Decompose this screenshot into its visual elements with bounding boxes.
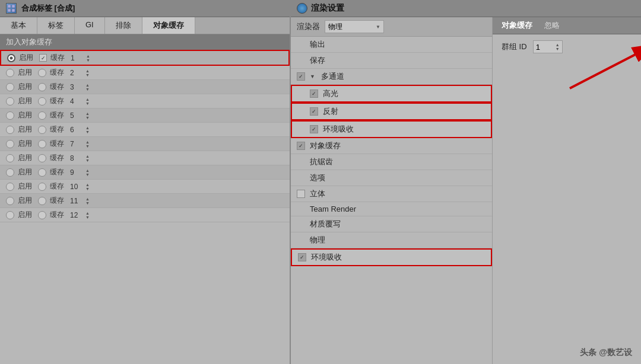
enable-radio-9[interactable] bbox=[6, 168, 14, 177]
cache-label-1: 缓存 bbox=[50, 53, 67, 63]
render-check-specular[interactable] bbox=[310, 90, 318, 98]
render-settings-icon bbox=[297, 3, 307, 14]
cache-spinbox-8[interactable]: ▲▼ bbox=[85, 154, 90, 162]
cache-number-1: 1 bbox=[71, 54, 82, 62]
cache-radio-6[interactable] bbox=[38, 126, 46, 134]
obj-header-cache[interactable]: 对象缓存 bbox=[502, 20, 532, 31]
render-check-ambient_occlusion[interactable] bbox=[310, 125, 318, 133]
enable-radio-1[interactable] bbox=[7, 54, 15, 62]
cache-spinbox-12[interactable]: ▲▼ bbox=[85, 211, 90, 219]
cache-number-3: 3 bbox=[70, 83, 82, 91]
cache-radio-4[interactable] bbox=[38, 97, 46, 106]
enable-radio-7[interactable] bbox=[6, 140, 14, 148]
cache-number-5: 5 bbox=[70, 111, 82, 120]
render-item-label-physical: 物理 bbox=[310, 235, 325, 245]
enable-radio-3[interactable] bbox=[6, 83, 14, 91]
render-item-label-output: 输出 bbox=[310, 39, 325, 50]
spinbox-up-icon[interactable]: ▲ bbox=[556, 43, 560, 47]
enable-radio-8[interactable] bbox=[6, 154, 14, 162]
cache-row-7: 启用缓存7▲▼ bbox=[0, 137, 290, 151]
cache-radio-2[interactable] bbox=[38, 69, 46, 77]
enable-label-12: 启用 bbox=[18, 210, 34, 220]
enable-radio-2[interactable] bbox=[6, 69, 14, 77]
cache-row-4: 启用缓存4▲▼ bbox=[0, 94, 290, 108]
cache-spinbox-4[interactable]: ▲▼ bbox=[85, 97, 90, 106]
cache-spinbox-11[interactable]: ▲▼ bbox=[85, 197, 90, 205]
cache-spinbox-9[interactable]: ▲▼ bbox=[85, 168, 90, 177]
render-item-reflection: 反射 bbox=[291, 103, 492, 120]
cache-list: 启用缓存1▲▼启用缓存2▲▼启用缓存3▲▼启用缓存4▲▼启用缓存5▲▼启用缓存6… bbox=[0, 50, 290, 364]
render-top-bar: 渲染器 物理 ▼ bbox=[291, 17, 492, 37]
cache-number-2: 2 bbox=[70, 69, 82, 77]
cache-radio-12[interactable] bbox=[38, 211, 46, 219]
cache-spinbox-3[interactable]: ▲▼ bbox=[85, 83, 90, 91]
render-item-label-material_override: 材质覆写 bbox=[310, 219, 341, 229]
group-id-spinbox[interactable]: 1 ▲ ▼ bbox=[533, 40, 563, 53]
cache-spinbox-10[interactable]: ▲▼ bbox=[85, 183, 90, 191]
cache-spinbox-1[interactable]: ▲▼ bbox=[86, 54, 90, 62]
render-item-ambient_occ2: 环境吸收 bbox=[291, 248, 492, 266]
cache-number-12: 12 bbox=[70, 211, 82, 219]
cache-label-2: 缓存 bbox=[50, 68, 66, 78]
cache-spinbox-7[interactable]: ▲▼ bbox=[85, 140, 90, 148]
cache-radio-11[interactable] bbox=[38, 197, 46, 205]
render-check-object_cache[interactable] bbox=[297, 142, 305, 150]
expand-triangle-multichannel[interactable]: ▼ bbox=[310, 74, 315, 79]
enable-radio-12[interactable] bbox=[6, 211, 14, 219]
watermark: 头条 @数艺设 bbox=[580, 347, 632, 358]
cache-spinbox-5[interactable]: ▲▼ bbox=[85, 111, 90, 120]
render-item-label-antialiasing: 抗锯齿 bbox=[310, 157, 333, 167]
cache-spinbox-6[interactable]: ▲▼ bbox=[85, 126, 90, 134]
cache-radio-7[interactable] bbox=[38, 140, 46, 148]
render-item-label-multichannel: 多通道 bbox=[321, 71, 344, 82]
enable-label-6: 启用 bbox=[18, 124, 34, 135]
tab-gi[interactable]: GI bbox=[75, 17, 105, 34]
cache-radio-5[interactable] bbox=[38, 111, 46, 120]
render-check-ambient_occ2[interactable] bbox=[298, 253, 306, 261]
enable-radio-6[interactable] bbox=[6, 126, 14, 134]
enable-radio-5[interactable] bbox=[6, 111, 14, 120]
svg-rect-2 bbox=[8, 9, 11, 12]
renderer-dropdown[interactable]: 物理 ▼ bbox=[325, 20, 384, 33]
cache-radio-9[interactable] bbox=[38, 168, 46, 177]
cache-row-10: 启用缓存10▲▼ bbox=[0, 180, 290, 194]
render-item-label-save: 保存 bbox=[310, 55, 325, 66]
cache-label-3: 缓存 bbox=[50, 82, 66, 92]
svg-rect-0 bbox=[8, 5, 11, 8]
render-item-label-ambient_occlusion: 环境吸收 bbox=[323, 124, 354, 135]
cache-number-8: 8 bbox=[70, 154, 82, 162]
right-title: 渲染设置 bbox=[311, 3, 344, 14]
cache-label-12: 缓存 bbox=[50, 210, 66, 220]
spinbox-down-icon[interactable]: ▼ bbox=[556, 47, 560, 51]
tab-exclude[interactable]: 排除 bbox=[105, 17, 142, 34]
enable-radio-4[interactable] bbox=[6, 97, 14, 106]
chevron-down-icon: ▼ bbox=[376, 24, 380, 30]
cache-spinbox-2[interactable]: ▲▼ bbox=[85, 69, 90, 77]
render-left: 渲染器 物理 ▼ 输出保存▼多通道高光反射环境吸收对象缓存抗锯齿选项立体Team… bbox=[291, 17, 493, 364]
right-panel: 渲染设置 渲染器 物理 ▼ 输出保存▼多通道高光反射环境吸收对象缓存抗锯齿选项立… bbox=[291, 0, 641, 364]
svg-rect-3 bbox=[12, 9, 15, 12]
enable-radio-11[interactable] bbox=[6, 197, 14, 205]
renderer-label: 渲染器 bbox=[297, 21, 320, 32]
tab-tag[interactable]: 标签 bbox=[37, 17, 75, 34]
render-check-multichannel[interactable] bbox=[297, 72, 305, 81]
enable-label-11: 启用 bbox=[18, 196, 34, 206]
enable-radio-10[interactable] bbox=[6, 183, 14, 191]
cache-row-6: 启用缓存6▲▼ bbox=[0, 123, 290, 137]
cache-check-1[interactable] bbox=[39, 54, 47, 62]
render-item-options: 选项 bbox=[291, 170, 492, 186]
cache-label-11: 缓存 bbox=[50, 196, 66, 206]
tab-basic[interactable]: 基本 bbox=[0, 17, 37, 34]
cache-radio-3[interactable] bbox=[38, 83, 46, 91]
cache-radio-10[interactable] bbox=[38, 183, 46, 191]
render-item-material_override: 材质覆写 bbox=[291, 216, 492, 232]
render-check-reflection[interactable] bbox=[310, 107, 318, 116]
cache-radio-8[interactable] bbox=[38, 154, 46, 162]
cache-label-4: 缓存 bbox=[50, 96, 66, 106]
cache-label-8: 缓存 bbox=[50, 153, 66, 163]
enable-label-4: 启用 bbox=[18, 96, 34, 106]
render-check-stereo[interactable] bbox=[297, 190, 305, 198]
obj-header-ignore[interactable]: 忽略 bbox=[544, 20, 560, 31]
tab-object-cache[interactable]: 对象缓存 bbox=[142, 17, 195, 34]
spinbox-arrows[interactable]: ▲ ▼ bbox=[556, 43, 560, 51]
